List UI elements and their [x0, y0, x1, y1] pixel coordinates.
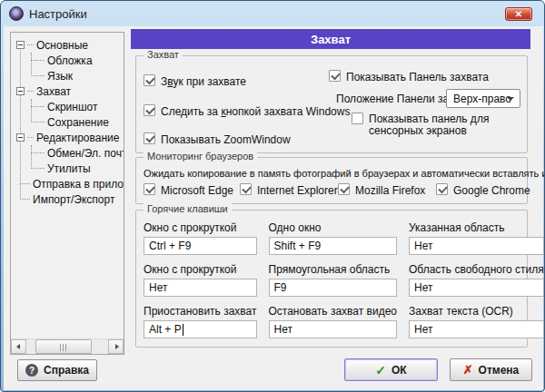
hotkey-input[interactable]: Нет — [269, 320, 398, 338]
hotkey-label: Окно с прокруткой — [144, 263, 257, 276]
collapse-icon[interactable] — [16, 133, 25, 142]
show-capture-panel-checkbox[interactable]: Показывать Панель захвата — [329, 70, 489, 83]
hotkey-label: Окно с прокруткой — [144, 221, 257, 234]
hotkey-label: Захват текста (OCR) — [409, 305, 544, 318]
tree-item-skrinshot[interactable]: Скриншот — [11, 99, 124, 114]
arrow-left-icon — [16, 344, 20, 349]
window-title: Настройки — [29, 7, 87, 21]
hotkey-label: Приостановить захват — [144, 305, 257, 318]
hotkey-input[interactable]: Нет — [144, 279, 257, 297]
checkbox-checked-icon — [329, 70, 341, 82]
hotkeys-group-title: Горячие клавиши — [144, 203, 232, 214]
hotkey-field-specified-region: Указанная область Нет — [409, 221, 544, 255]
checkbox-checked-icon — [144, 104, 155, 116]
hotkey-field-ocr-capture: Захват текста (OCR) Нет — [409, 305, 544, 338]
collapse-icon[interactable] — [16, 41, 25, 49]
mozilla-firefox-checkbox[interactable]: Mozilla Firefox — [338, 183, 425, 197]
hotkey-label: Область свободного стиля — [409, 263, 544, 276]
chevron-down-icon — [507, 97, 514, 101]
app-icon — [9, 6, 24, 21]
hotkey-label: Указанная область — [409, 221, 544, 234]
ok-button[interactable]: ✓ ОК — [344, 358, 438, 381]
settings-window: Настройки ✕ Основные Обложка — [0, 0, 545, 392]
tree-item-yazyk[interactable]: Язык — [11, 68, 124, 83]
hotkey-field-rect-region: Прямоугольная область F9 — [269, 263, 398, 297]
hotkey-input-focused[interactable]: Alt + P — [144, 320, 257, 338]
hotkey-label: Остановать захват видео — [269, 305, 398, 318]
hotkey-field-freestyle-region: Область свободного стиля Нет — [409, 263, 544, 297]
hotkey-input[interactable]: F9 — [269, 279, 398, 297]
tree-item-oblozhka[interactable]: Обложка — [11, 53, 124, 68]
checkbox-checked-icon — [338, 183, 350, 195]
tree-item-utility[interactable]: Утилиты — [11, 161, 124, 176]
checkbox-checked-icon — [144, 132, 155, 144]
google-chrome-checkbox[interactable]: Google Chrome — [436, 183, 530, 197]
tree-horizontal-scrollbar[interactable] — [11, 338, 124, 354]
check-icon: ✓ — [375, 364, 386, 377]
hotkey-label: Одно окно — [269, 221, 398, 234]
checkbox-checked-icon — [144, 183, 155, 195]
x-icon: ✗ — [463, 364, 473, 376]
checkbox-unchecked-icon — [352, 113, 363, 124]
panel-position-dropdown[interactable]: Верх-право — [446, 89, 520, 108]
checkbox-checked-icon — [436, 183, 448, 195]
scrollbar-thumb[interactable] — [35, 339, 92, 354]
tree-item-sohranenie[interactable]: Сохранение — [11, 114, 124, 130]
scrollbar-track[interactable] — [26, 339, 108, 354]
hotkeys-grid: Окно с прокруткой Ctrl + F9 Одно окно Sh… — [144, 221, 518, 338]
hotkey-input[interactable]: Ctrl + F9 — [144, 237, 257, 255]
watch-windows-capture-button-checkbox[interactable]: Следить за кнопкой захвата Windows — [144, 104, 350, 118]
arrow-right-icon — [115, 344, 119, 349]
help-button[interactable]: ? Справка — [17, 359, 97, 381]
scroll-right-button[interactable] — [108, 339, 124, 354]
capture-group: Захват Звук при захвате Следить за кнопк… — [135, 55, 528, 153]
cancel-button[interactable]: ✗ Отмена — [450, 358, 532, 381]
browser-monitoring-group: Мониторинг браузеров Ожидать копирование… — [135, 157, 528, 204]
tree-item-obmen-pochta[interactable]: Обмен/Эл. почта — [11, 145, 124, 161]
checkbox-checked-icon — [240, 183, 252, 195]
sound-on-capture-checkbox[interactable]: Звук при захвате — [144, 74, 246, 88]
microsoft-edge-checkbox[interactable]: Microsoft Edge — [144, 183, 233, 197]
hotkey-input[interactable]: Нет — [409, 237, 544, 255]
help-icon: ? — [25, 364, 38, 377]
hotkey-input[interactable]: Shift + F9 — [269, 237, 398, 255]
hotkey-field-stop-video-capture: Остановать захват видео Нет — [269, 305, 398, 338]
capture-group-title: Захват — [144, 49, 183, 60]
titlebar: Настройки — [1, 1, 544, 26]
hotkey-field-scroll-window-2: Окно с прокруткой Нет — [144, 263, 257, 297]
browser-group-title: Мониторинг браузеров — [144, 151, 257, 162]
client-area: Основные Обложка Язык Захват Скри — [4, 26, 543, 390]
hotkey-input[interactable]: Нет — [409, 320, 544, 338]
checkbox-checked-icon — [144, 74, 155, 86]
internet-explorer-checkbox[interactable]: Internet Explorer — [240, 183, 338, 197]
hotkey-input[interactable]: Нет — [409, 279, 544, 297]
hotkey-label: Прямоугольная область — [269, 263, 398, 276]
tree-item-osnovnye[interactable]: Основные — [11, 37, 124, 53]
touch-panel-checkbox[interactable]: Показывать панель для сенсорных экранов — [352, 113, 521, 137]
hotkey-field-scroll-window: Окно с прокруткой Ctrl + F9 — [144, 221, 257, 255]
close-button[interactable]: ✕ — [505, 7, 532, 21]
tree-item-import-export[interactable]: Импорт/Экспорт — [11, 191, 124, 207]
settings-tree: Основные Обложка Язык Захват Скри — [10, 32, 124, 355]
page-title: Захват — [131, 29, 530, 49]
tree-item-zahvat[interactable]: Захват — [11, 83, 124, 99]
collapse-icon[interactable] — [16, 87, 25, 95]
browser-monitoring-description: Ожидать копирование в память фотографий … — [144, 168, 545, 179]
hotkey-field-single-window: Одно окно Shift + F9 — [269, 221, 398, 255]
tree-item-otpravka[interactable]: Отправка в приложен — [11, 176, 124, 191]
text-caret — [183, 324, 183, 336]
hotkey-field-pause-capture: Приостановить захват Alt + P — [144, 305, 257, 338]
scroll-left-button[interactable] — [11, 339, 26, 354]
hotkeys-group: Горячие клавиши Окно с прокруткой Ctrl +… — [135, 210, 528, 348]
tree-item-redaktirovanie[interactable]: Редактирование — [11, 130, 124, 145]
show-zoomwindow-checkbox[interactable]: Показывать ZoomWindow — [144, 132, 291, 146]
